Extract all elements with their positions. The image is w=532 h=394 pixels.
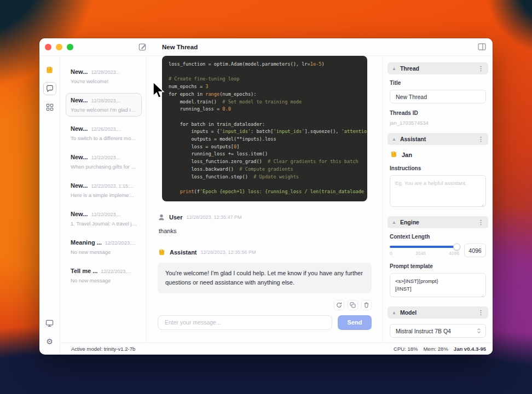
message-input[interactable] (158, 315, 332, 330)
message-time: 12/28/2023, 12:35:47 PM (186, 215, 241, 220)
message-time: 12/28/2023, 12:35:56 PM (201, 250, 256, 255)
code-line: inputs = {'input_ids': batch['input_ids'… (169, 128, 367, 136)
settings-gear-icon[interactable]: ⚙ (43, 335, 56, 348)
context-length-value[interactable]: 4096 (464, 244, 486, 257)
model-section-header[interactable]: ▲ Model ⋮ (388, 306, 488, 318)
model-select-value: Mistral Instruct 7B Q4 (396, 328, 477, 334)
kebab-menu-icon[interactable]: ⋮ (478, 136, 484, 142)
thread-item-preview: 1. Travel Journal: A travel journ... (71, 221, 137, 227)
new-thread-icon[interactable] (138, 43, 147, 51)
assistant-section: ▲ Assistant ⋮ (388, 133, 488, 210)
threads-id-value: jan_1703574534 (390, 120, 486, 126)
engine-section-header[interactable]: ▲ Engine ⋮ (388, 216, 488, 228)
model-select[interactable]: Mistral Instruct 7B Q4 (390, 324, 486, 338)
chevron-up-icon: ▲ (392, 137, 396, 142)
thread-list: New...12/28/2023...You're welcome!New...… (60, 56, 147, 343)
window-title: New Thread (162, 44, 198, 50)
mem-status: Mem: 28% (423, 346, 448, 352)
code-line: num_epochs = 3 (169, 83, 367, 91)
section-title: Assistant (400, 136, 474, 142)
thread-item-date: 12/22/2023,... (91, 212, 121, 217)
thread-item-date: 12/26/2023,... (91, 126, 121, 132)
copy-button[interactable] (348, 300, 358, 310)
slider-handle[interactable] (453, 244, 460, 251)
nav-hub[interactable] (43, 101, 56, 114)
context-length-slider[interactable] (390, 246, 459, 248)
code-line: # Create fine-tuning loop (169, 76, 367, 83)
kebab-menu-icon[interactable]: ⋮ (478, 310, 484, 316)
nav-system-monitor[interactable] (43, 317, 56, 330)
toggle-panel-icon[interactable] (478, 43, 486, 50)
regenerate-button[interactable] (334, 300, 344, 310)
thread-list-item[interactable]: New...12/26/2023,...To switch to a diffe… (66, 121, 142, 145)
thread-list-item[interactable]: Tell me ...12/22/2023,...No new message (66, 264, 142, 287)
minimize-button[interactable] (56, 44, 62, 50)
thread-item-title: New... (71, 68, 88, 75)
assistant-section-header[interactable]: ▲ Assistant ⋮ (388, 133, 488, 145)
thread-item-date: 12/22/2023... (91, 155, 120, 160)
assistant-name: Jan (402, 152, 412, 158)
code-block: loss_function = optim.Adam(model.paramet… (162, 56, 367, 201)
message-actions (158, 300, 372, 310)
prompt-template-textarea[interactable]: <s>[INST]{prompt} [/INST] (390, 273, 486, 297)
thread-item-preview: Here is a simple implementati... (71, 192, 137, 198)
slider-ticks: 0 2048 4096 (390, 251, 459, 256)
assistant-message-header: Assistant 12/28/2023, 12:35:56 PM (158, 248, 372, 257)
threads-id-label: Threads ID (390, 110, 486, 116)
code-line: model.train() # Set model to training mo… (169, 99, 367, 106)
instructions-textarea[interactable] (390, 175, 486, 207)
thread-item-preview: To switch to a different model,... (71, 135, 137, 141)
code-line: loss_function.step() # Update weights (169, 173, 367, 181)
send-button[interactable]: Send (338, 315, 372, 330)
engine-section: ▲ Engine ⋮ Context Length (388, 216, 488, 300)
thread-item-preview: When purchasing gifts for in-... (71, 164, 137, 170)
thread-item-preview: No new message (71, 249, 137, 255)
prompt-template-label: Prompt template (390, 263, 486, 269)
code-line: outputs = model(**inputs).loss (169, 136, 367, 143)
user-message-header: User 12/28/2023, 12:35:47 PM (158, 213, 372, 221)
nav-threads[interactable] (43, 82, 56, 95)
code-line: for batch in train_dataloader: (169, 121, 367, 129)
thread-list-item[interactable]: New...12/22/2023, 1:15:...Here is a simp… (66, 178, 142, 202)
thread-title-input[interactable] (390, 90, 486, 103)
resize-handle-icon[interactable] (481, 294, 484, 298)
thread-item-preview: No new message (71, 277, 137, 283)
message-author: Assistant (170, 249, 197, 256)
thread-item-title: New... (71, 125, 88, 132)
model-section: ▲ Model ⋮ Mistral Instruct 7B Q4 (388, 306, 488, 343)
code-line: for epoch in range(num_epochs): (169, 91, 367, 99)
thread-list-item[interactable]: Meaning ...12/22/2023,...No new message (66, 235, 142, 259)
title-label: Title (390, 80, 486, 86)
jan-logo-icon (43, 63, 56, 77)
status-bar: Active model: trinity-v1.2-7b CPU: 18% M… (60, 343, 493, 355)
assistant-hand-icon (390, 150, 398, 159)
close-button[interactable] (45, 44, 51, 50)
context-length-label: Context Length (390, 234, 486, 240)
delete-button[interactable] (361, 300, 372, 310)
user-avatar-icon (158, 213, 165, 221)
thread-item-date: 12/28/2023... (91, 69, 120, 75)
message-author: User (169, 214, 182, 221)
tick-mid: 2048 (415, 251, 426, 256)
kebab-menu-icon[interactable]: ⋮ (478, 66, 484, 72)
code-line (169, 113, 367, 121)
thread-list-item[interactable]: New...12/28/2023...You're welcome! (66, 65, 142, 88)
thread-list-item[interactable]: New...12/28/2023,...You're welcome! I'm … (66, 93, 142, 117)
code-line: loss_function.zero_grad() # Clear gradie… (169, 158, 367, 166)
thread-item-preview: You're welcome! I'm glad I cou... (71, 107, 137, 113)
code-line: loss.backward() # Compute gradients (169, 166, 367, 173)
assistant-avatar-icon (158, 248, 166, 257)
chat-panel: loss_function = optim.Adam(model.paramet… (147, 56, 383, 343)
assistant-message-text: You're welcome! I'm glad I could help. L… (158, 263, 372, 293)
app-version: Jan v0.4.3-95 (454, 346, 486, 352)
section-title: Engine (400, 219, 474, 225)
kebab-menu-icon[interactable]: ⋮ (478, 219, 484, 225)
resize-handle-icon[interactable] (481, 204, 484, 207)
chevron-up-icon: ▲ (392, 220, 396, 225)
thread-section-header[interactable]: ▲ Thread ⋮ (388, 62, 488, 74)
code-line: loss_function = optim.Adam(model.paramet… (169, 61, 367, 68)
thread-list-item[interactable]: New...12/22/2023,...1. Travel Journal: A… (66, 207, 142, 230)
thread-list-item[interactable]: New...12/22/2023...When purchasing gifts… (66, 150, 142, 173)
thread-item-title: New... (71, 154, 88, 160)
zoom-button[interactable] (67, 44, 73, 50)
